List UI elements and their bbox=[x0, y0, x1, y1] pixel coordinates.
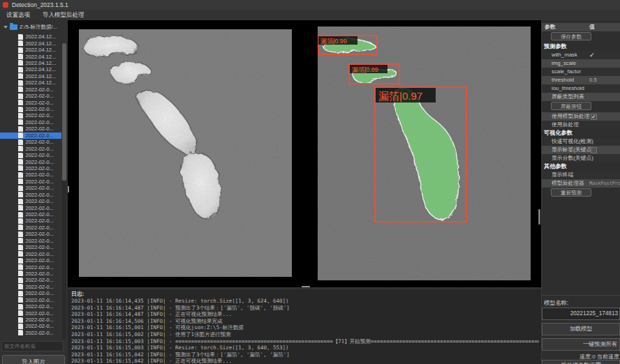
tree-item[interactable]: 2022.04.12... bbox=[0, 40, 61, 46]
tree-item[interactable]: 2022-02-0... bbox=[0, 330, 61, 336]
checkbox-checked[interactable]: ✓ bbox=[591, 114, 597, 120]
tree-item[interactable]: 2022.04.12... bbox=[0, 33, 61, 40]
tree-item[interactable]: 2022-02-0... bbox=[0, 86, 61, 93]
tree-item[interactable]: 2022-02-0... bbox=[0, 290, 61, 296]
tree-item[interactable]: 2022.04.12... bbox=[0, 47, 61, 53]
tree-item-label: 2022-02-0... bbox=[26, 106, 54, 112]
file-icon bbox=[18, 205, 23, 211]
import-images-button[interactable]: 导入图片 bbox=[2, 355, 65, 364]
file-icon bbox=[18, 119, 23, 125]
tree-item[interactable]: 2022-02-0... bbox=[0, 297, 61, 303]
tree-item[interactable]: 2022-02-0... bbox=[0, 126, 61, 132]
param-row[interactable]: iou_threshold bbox=[542, 84, 620, 93]
tree-item-label: 2022-02-0... bbox=[26, 323, 54, 329]
tree-item[interactable]: 2022-02-0... bbox=[0, 303, 61, 310]
tree-item[interactable]: 2022-02-0... bbox=[0, 106, 61, 112]
chevron-down-icon[interactable] bbox=[3, 26, 8, 29]
tree-item[interactable]: 2022-02-0... bbox=[0, 238, 61, 244]
folder-icon bbox=[10, 24, 17, 30]
tree-item[interactable]: 2022-02-0... bbox=[0, 99, 61, 105]
param-button[interactable]: 重新预测 bbox=[551, 188, 591, 197]
tree-item-label: 2022-02-0... bbox=[26, 238, 54, 244]
tree-item[interactable]: 2022.04.12... bbox=[0, 73, 61, 79]
tree-item-label: 2022-02-0... bbox=[26, 218, 54, 224]
param-row[interactable]: 显示终端 bbox=[542, 171, 620, 179]
tree-item[interactable]: 2022-02-0... bbox=[0, 185, 61, 191]
check-icon[interactable]: ✓ bbox=[589, 51, 620, 59]
log-lines[interactable]: 2023-01-11 16:16:14,435 |INFO| - Resize:… bbox=[71, 298, 539, 364]
param-row[interactable]: 模型后处理器MaskPostPro bbox=[542, 179, 620, 188]
tree-item-label: 2022-02-0... bbox=[26, 179, 54, 185]
tree-item[interactable]: 2022-02-0... bbox=[0, 93, 61, 99]
load-model-button[interactable]: 加载模型 bbox=[542, 323, 620, 335]
param-row[interactable]: 屏蔽类型列表 bbox=[542, 93, 620, 101]
tree-item[interactable]: 2022-02-0... bbox=[0, 225, 61, 231]
file-sidebar: Z:/5-标注数据/... 2022.04.12...2022.04.12...… bbox=[0, 20, 68, 364]
sidebar-scrollbar-thumb[interactable] bbox=[62, 43, 66, 181]
viewer-scrollbar-thumb[interactable] bbox=[538, 209, 540, 225]
postprocess-params-button[interactable]: 后处理参数设置 bbox=[542, 360, 620, 364]
splitter-handle-vertical[interactable] bbox=[68, 186, 69, 192]
param-row[interactable]: 显示分数(关键点) bbox=[542, 154, 620, 162]
param-row[interactable]: scale_factor bbox=[542, 68, 620, 76]
log-line: 2023-01-11 16:16:14,435 |INFO| - Resize:… bbox=[71, 298, 539, 305]
tree-item[interactable]: 2022-02-0... bbox=[0, 211, 61, 218]
tree-item[interactable]: 2022-02-0... bbox=[0, 250, 61, 257]
tree-item[interactable]: 2022-02-0... bbox=[0, 257, 61, 264]
tree-item[interactable]: 2022-02-0... bbox=[0, 284, 61, 290]
prediction-image[interactable]: 漏箔|0.99 漏箔|0.89 漏箔|0.97 bbox=[318, 26, 531, 280]
original-image[interactable] bbox=[79, 29, 292, 277]
tree-item[interactable]: 2022-02-0... bbox=[0, 204, 61, 211]
param-row[interactable]: 快速可视化(检测) bbox=[542, 137, 620, 146]
tree-item[interactable]: 2022-02-0... bbox=[0, 218, 61, 224]
tree-item[interactable]: 2022-02-0... bbox=[0, 310, 61, 316]
file-icon bbox=[18, 86, 23, 92]
tree-item[interactable]: 2022-02-0... bbox=[0, 271, 61, 277]
tree-item[interactable]: 2022-02-0... bbox=[0, 172, 61, 178]
param-row[interactable]: 显示标签(关键点) bbox=[542, 146, 620, 154]
file-icon bbox=[18, 159, 23, 165]
tree-item[interactable]: 2022-02-0... bbox=[0, 112, 61, 119]
param-button[interactable]: 保存参数 bbox=[551, 32, 591, 40]
tree-item[interactable]: 2022-02-0... bbox=[0, 231, 61, 237]
param-row[interactable]: 使用后处理 bbox=[542, 121, 620, 129]
tree-item[interactable]: 2022-02-0... bbox=[0, 323, 61, 329]
tree-item[interactable]: 2022-02-0... bbox=[0, 152, 61, 158]
tree-item[interactable]: 2022-02-0... bbox=[0, 119, 61, 126]
tree-item[interactable]: 2022-02-0... bbox=[0, 158, 61, 165]
params-header-value: 值 bbox=[589, 23, 620, 31]
tree-item[interactable]: 2022-02-0... bbox=[0, 244, 61, 250]
file-icon bbox=[18, 185, 23, 191]
search-input[interactable] bbox=[1, 341, 64, 351]
tree-item[interactable]: 2022-02-0... bbox=[0, 165, 61, 172]
tree-root[interactable]: Z:/5-标注数据/... bbox=[1, 23, 68, 31]
tree-item[interactable]: 2022.04.12... bbox=[0, 66, 61, 73]
model-name-field[interactable]: 20221225_174813 bbox=[542, 308, 620, 320]
tree-item[interactable]: 2022-02-0... bbox=[0, 179, 61, 185]
menu-item-settings[interactable]: 设置选项 bbox=[0, 10, 36, 20]
param-row[interactable]: threshold0.5 bbox=[542, 76, 620, 84]
tree-item[interactable]: 2022-02-0... bbox=[0, 277, 61, 283]
tree-item[interactable]: 2022-02-0... bbox=[0, 198, 61, 204]
param-row[interactable]: 使用模型后处理✓ bbox=[542, 112, 620, 121]
checkbox-empty[interactable] bbox=[591, 147, 597, 153]
tree-item[interactable]: 2022-02-0... bbox=[0, 132, 61, 139]
menu-item-import-postprocess[interactable]: 导入模型后处理 bbox=[36, 10, 91, 20]
tree-item[interactable]: 2022.04.12... bbox=[0, 79, 61, 86]
predict-all-button[interactable]: 一键预测所有 bbox=[542, 338, 620, 351]
file-icon bbox=[18, 212, 23, 218]
log-line: 2023-01-11 16:16:15,042 |INFO| - 正在可视化预测… bbox=[71, 358, 539, 364]
log-scrollbar-track[interactable] bbox=[68, 287, 541, 289]
tree-item[interactable]: 2022.04.12... bbox=[0, 53, 61, 59]
tree-item[interactable]: 2022-02-0... bbox=[0, 145, 61, 151]
param-button[interactable]: 屏蔽按钮 bbox=[551, 102, 591, 110]
param-row[interactable]: with_mask✓ bbox=[542, 51, 620, 59]
file-icon bbox=[18, 60, 23, 66]
tree-item[interactable]: 2022-02-0... bbox=[0, 139, 61, 145]
log-line: 2023-01-11 16:16:15,003 |INFO| - =======… bbox=[71, 338, 539, 345]
param-row[interactable]: img_scale bbox=[542, 59, 620, 68]
tree-item[interactable]: 2022-02-0... bbox=[0, 317, 61, 323]
tree-item[interactable]: 2022.04.12... bbox=[0, 60, 61, 66]
tree-item[interactable]: 2022-02-0... bbox=[0, 192, 61, 198]
tree-item[interactable]: 2022-02-0... bbox=[0, 264, 61, 270]
